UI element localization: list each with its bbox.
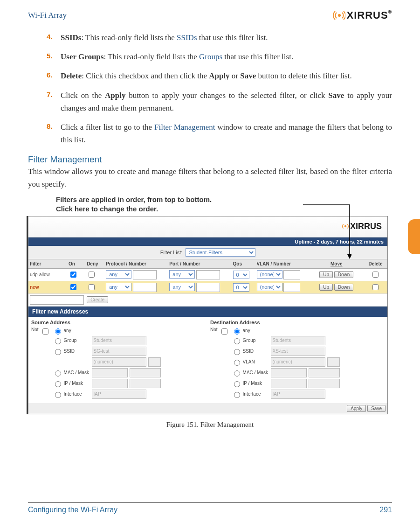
col-deny: Deny bbox=[85, 259, 104, 269]
side-tab bbox=[408, 219, 420, 254]
source-address-title: Source Address bbox=[31, 320, 206, 325]
vlan-number-input[interactable] bbox=[283, 283, 300, 292]
footer-section: Configuring the Wi-Fi Array bbox=[28, 506, 117, 514]
src-any-radio[interactable] bbox=[55, 328, 61, 335]
src-ssid-select[interactable] bbox=[92, 347, 146, 356]
item-text-6: Delete: Click this checkbox and then cli… bbox=[61, 70, 392, 82]
screenshot-logo: XIRRUS bbox=[341, 222, 382, 231]
col-move: Move bbox=[310, 259, 364, 269]
col-on: On bbox=[67, 259, 85, 269]
protocol-number-input[interactable] bbox=[133, 270, 157, 279]
on-checkbox[interactable] bbox=[70, 284, 76, 290]
item-number-8: 8. bbox=[47, 121, 61, 146]
vlan-select[interactable]: (none) bbox=[257, 283, 282, 291]
create-button[interactable]: Create bbox=[87, 296, 108, 303]
protocol-select[interactable]: any bbox=[106, 283, 131, 291]
apply-button[interactable]: Apply bbox=[347, 405, 366, 412]
src-interface-radio[interactable] bbox=[55, 392, 61, 398]
page-header-title: Wi-Fi Array bbox=[28, 11, 67, 20]
qos-select[interactable]: 0 bbox=[233, 283, 249, 292]
item-number-7: 7. bbox=[47, 89, 61, 114]
table-row: new any any 0 (none) Up Down bbox=[28, 281, 387, 293]
src-mac-radio[interactable] bbox=[55, 370, 61, 377]
dst-ip-radio[interactable] bbox=[234, 381, 240, 387]
item-text-8: Click a filter list to go to the Filter … bbox=[61, 121, 392, 146]
port-number-input[interactable] bbox=[196, 283, 220, 292]
protocol-number-input[interactable] bbox=[133, 283, 157, 292]
port-select[interactable]: any bbox=[169, 270, 195, 279]
src-group-select[interactable] bbox=[92, 336, 146, 345]
vlan-select[interactable]: (none) bbox=[257, 270, 282, 279]
qos-select[interactable]: 0 bbox=[233, 271, 249, 279]
move-up-button[interactable]: Up bbox=[319, 271, 333, 278]
screenshot-figure: XIRRUS Uptime - 2 days, 7 hours, 22 minu… bbox=[28, 216, 388, 414]
col-filter: Filter bbox=[28, 259, 67, 269]
src-not-checkbox[interactable] bbox=[42, 328, 48, 335]
save-button[interactable]: Save bbox=[367, 405, 386, 412]
addresses-section-bar: Filter new Addresses bbox=[28, 307, 387, 317]
dst-not-label: Not bbox=[210, 327, 218, 332]
dst-ssid-select[interactable] bbox=[271, 347, 325, 356]
port-number-input[interactable] bbox=[196, 270, 220, 279]
dst-any-radio[interactable] bbox=[234, 328, 240, 335]
new-filter-input[interactable] bbox=[30, 295, 84, 305]
deny-checkbox[interactable] bbox=[89, 272, 95, 278]
src-ssid-radio[interactable] bbox=[55, 349, 61, 355]
dst-vlan-radio[interactable] bbox=[234, 360, 240, 366]
protocol-select[interactable]: any bbox=[106, 270, 131, 279]
figure-annotation: Filters are applied in order, from top t… bbox=[56, 195, 392, 214]
destination-address-title: Destination Address bbox=[210, 320, 385, 325]
dst-group-radio[interactable] bbox=[234, 338, 240, 344]
move-down-button[interactable]: Down bbox=[334, 284, 354, 291]
src-group-radio[interactable] bbox=[55, 338, 61, 344]
table-row: udp-allow any any 0 (none) Up Down bbox=[28, 268, 387, 281]
port-select[interactable]: any bbox=[169, 283, 195, 291]
dst-interface-select[interactable] bbox=[271, 390, 325, 399]
brand-logo: XIRRUS® bbox=[333, 9, 392, 21]
svg-point-1 bbox=[344, 225, 346, 227]
on-checkbox[interactable] bbox=[70, 272, 76, 278]
dst-ssid-radio[interactable] bbox=[234, 349, 240, 355]
src-numeric-input[interactable] bbox=[92, 357, 146, 367]
figure-caption: Figure 151. Filter Management bbox=[28, 421, 392, 429]
src-not-label: Not bbox=[31, 327, 39, 332]
item-text-5: User Groups: This read-only field lists … bbox=[61, 50, 392, 63]
src-interface-select[interactable] bbox=[92, 390, 146, 399]
delete-checkbox[interactable] bbox=[372, 272, 379, 278]
delete-checkbox[interactable] bbox=[372, 284, 379, 290]
item-text-4: SSIDs: This read-only field lists the SS… bbox=[61, 31, 392, 44]
src-ip-radio[interactable] bbox=[55, 381, 61, 387]
svg-point-0 bbox=[338, 14, 341, 17]
item-text-7: Click on the Apply button to apply your … bbox=[61, 89, 392, 114]
col-qos: Qos bbox=[232, 259, 255, 269]
section-paragraph: This window allows you to create and man… bbox=[28, 166, 392, 190]
filter-list-label: Filter List: bbox=[160, 250, 183, 255]
dst-vlan-input[interactable] bbox=[271, 357, 325, 367]
section-heading: Filter Management bbox=[28, 154, 392, 165]
col-protocol: Protocol / Number bbox=[104, 259, 168, 269]
move-down-button[interactable]: Down bbox=[334, 271, 354, 278]
col-delete: Delete bbox=[364, 259, 387, 269]
move-up-button[interactable]: Up bbox=[319, 284, 333, 291]
filter-list-select[interactable]: Student-Filters bbox=[186, 248, 255, 257]
col-port: Port / Number bbox=[168, 259, 231, 269]
dst-interface-radio[interactable] bbox=[234, 392, 240, 398]
vlan-number-input[interactable] bbox=[283, 270, 300, 279]
item-number-4: 4. bbox=[47, 31, 61, 44]
item-number-5: 5. bbox=[47, 50, 61, 63]
item-number-6: 6. bbox=[47, 70, 61, 82]
deny-checkbox[interactable] bbox=[89, 284, 95, 290]
page-number: 291 bbox=[379, 506, 392, 514]
dst-group-select[interactable] bbox=[271, 336, 325, 345]
dst-not-checkbox[interactable] bbox=[221, 328, 227, 335]
dst-mac-radio[interactable] bbox=[234, 370, 240, 377]
col-vlan: VLAN / Number bbox=[255, 259, 310, 269]
uptime-bar: Uptime - 2 days, 7 hours, 22 minutes bbox=[28, 237, 387, 246]
